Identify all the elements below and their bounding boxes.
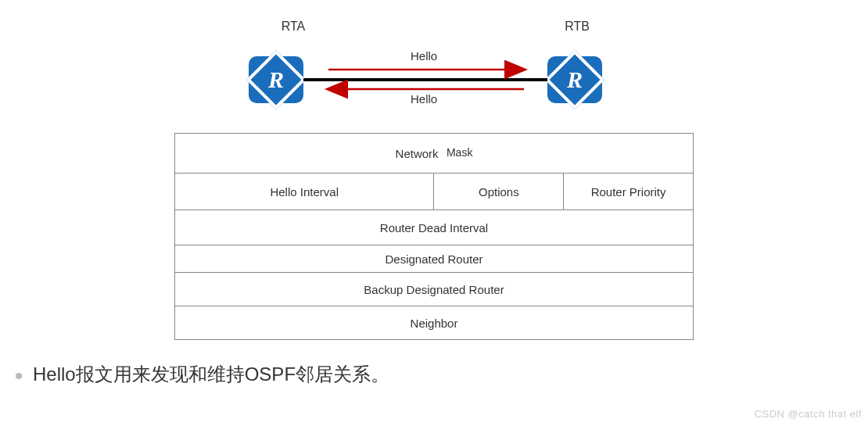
table-row: Neighbor [175, 306, 694, 340]
field-network: Network [396, 147, 439, 160]
hello-label-bottom: Hello [411, 92, 437, 106]
router-glyph: R [567, 68, 583, 91]
bullet-text: Hello报文用来发现和维持OSPF邻居关系。 [33, 362, 389, 387]
field-dr: Designated Router [175, 245, 694, 273]
router-a-label: RTA [266, 20, 321, 34]
field-dead-interval: Router Dead Interval [175, 210, 694, 245]
bullet-item: Hello报文用来发现和维持OSPF邻居关系。 [16, 362, 868, 387]
field-options: Options [434, 174, 564, 210]
table-row: Network Mask [175, 134, 694, 174]
table-row: Designated Router [175, 245, 694, 273]
router-a-icon: R [249, 56, 303, 103]
hello-label-top: Hello [411, 49, 437, 63]
table-row: Backup Designated Router [175, 273, 694, 306]
table-row: Router Dead Interval [175, 210, 694, 245]
hello-packet-table: Network Mask Hello Interval Options Rout… [174, 133, 694, 340]
field-neighbor: Neighbor [175, 306, 694, 340]
router-b-icon: R [547, 56, 602, 103]
field-hello-interval: Hello Interval [175, 174, 434, 210]
field-router-priority: Router Priority [564, 174, 694, 210]
router-b-label: RTB [550, 20, 604, 34]
topology-diagram: RTA RTB R R Hello Hello [0, 0, 868, 121]
router-glyph: R [268, 68, 284, 91]
bullet-icon [16, 373, 22, 379]
field-mask: Mask [447, 146, 472, 159]
field-bdr: Backup Designated Router [175, 273, 694, 306]
link-line [303, 78, 547, 81]
table-row: Hello Interval Options Router Priority [175, 174, 694, 210]
